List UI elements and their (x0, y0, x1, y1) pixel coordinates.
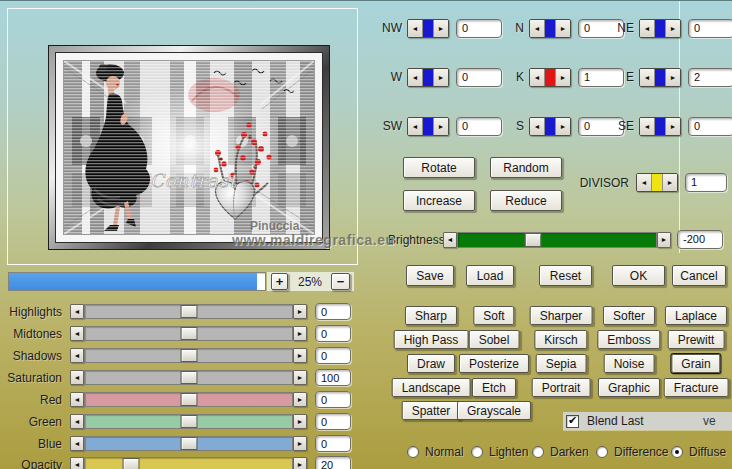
filter-button-laplace[interactable]: Laplace (665, 306, 727, 325)
filter-button-emboss[interactable]: Emboss (597, 330, 660, 349)
right-arrow-icon[interactable]: ► (433, 20, 448, 37)
slider-value[interactable]: 0 (315, 413, 351, 430)
filter-button-posterize[interactable]: Posterize (459, 354, 529, 373)
slider-thumb[interactable] (180, 415, 197, 428)
filter-button-sobel[interactable]: Sobel (469, 330, 520, 349)
brightness-thumb[interactable] (525, 233, 542, 247)
spinner-indicator[interactable] (423, 69, 433, 86)
slider-track[interactable] (84, 348, 293, 363)
filter-button-grain[interactable]: Grain (671, 354, 720, 373)
filter-button-sharper[interactable]: Sharper (530, 306, 593, 325)
divisor-spinner[interactable]: ◄ ► (636, 173, 678, 192)
matrix-value-w[interactable]: 0 (456, 68, 502, 87)
filter-button-prewitt[interactable]: Prewitt (668, 330, 725, 349)
increase-button[interactable]: Increase (403, 190, 475, 211)
slider-right-arrow[interactable]: ► (293, 457, 307, 469)
spinner-indicator[interactable] (655, 118, 665, 135)
brightness-left-arrow[interactable]: ◄ (443, 232, 457, 248)
slider-left-arrow[interactable]: ◄ (70, 436, 84, 451)
slider-track[interactable] (84, 457, 293, 469)
slider-left-arrow[interactable]: ◄ (70, 457, 84, 469)
filter-button-high-pass[interactable]: High Pass (394, 330, 469, 349)
reduce-button[interactable]: Reduce (490, 190, 562, 211)
blend-mode-difference[interactable]: Difference (596, 445, 668, 459)
divisor-value[interactable]: 1 (685, 173, 727, 192)
filter-button-portrait[interactable]: Portrait (532, 378, 591, 397)
matrix-value-e[interactable]: 2 (688, 68, 732, 87)
matrix-spinner-sw[interactable]: ◄ ► (407, 117, 449, 136)
filter-button-grayscale[interactable]: Grayscale (457, 401, 531, 420)
cancel-button[interactable]: Cancel (672, 265, 726, 286)
matrix-value-se[interactable]: 0 (688, 117, 732, 136)
filter-button-sepia[interactable]: Sepia (536, 354, 587, 373)
filter-button-sharp[interactable]: Sharp (405, 306, 457, 325)
spinner-indicator[interactable] (655, 69, 665, 86)
radio-icon[interactable] (407, 446, 419, 458)
slider-value[interactable]: 0 (315, 435, 351, 452)
zoom-out-button[interactable]: − (331, 273, 350, 290)
left-arrow-icon[interactable]: ◄ (530, 20, 545, 37)
slider-left-arrow[interactable]: ◄ (70, 304, 84, 319)
radio-icon[interactable] (471, 446, 483, 458)
blend-mode-normal[interactable]: Normal (407, 445, 464, 459)
slider-value[interactable]: 0 (315, 347, 351, 364)
slider-left-arrow[interactable]: ◄ (70, 370, 84, 385)
brightness-right-arrow[interactable]: ► (657, 232, 671, 248)
save-button[interactable]: Save (406, 265, 454, 286)
slider-right-arrow[interactable]: ► (293, 304, 307, 319)
spinner-indicator[interactable] (545, 118, 555, 135)
blend-mode-lighten[interactable]: Lighten (471, 445, 528, 459)
slider-track[interactable] (84, 392, 293, 407)
spinner-indicator[interactable] (545, 69, 555, 86)
left-arrow-icon[interactable]: ◄ (408, 20, 423, 37)
left-arrow-icon[interactable]: ◄ (640, 118, 655, 135)
spinner-indicator[interactable] (423, 20, 433, 37)
slider-track[interactable] (84, 414, 293, 429)
slider-value[interactable]: 0 (315, 303, 351, 320)
slider-left-arrow[interactable]: ◄ (70, 348, 84, 363)
slider-thumb[interactable] (180, 371, 197, 384)
filter-button-fracture[interactable]: Fracture (664, 378, 729, 397)
matrix-value-sw[interactable]: 0 (456, 117, 502, 136)
slider-thumb[interactable] (180, 327, 197, 340)
slider-track[interactable] (84, 304, 293, 319)
matrix-value-ne[interactable]: 0 (688, 19, 732, 38)
slider-left-arrow[interactable]: ◄ (70, 392, 84, 407)
left-arrow-icon[interactable]: ◄ (530, 118, 545, 135)
slider-left-arrow[interactable]: ◄ (70, 414, 84, 429)
spinner-indicator[interactable] (423, 118, 433, 135)
blend-mode-diffuse[interactable]: Diffuse (671, 445, 726, 459)
brightness-track[interactable] (457, 232, 657, 248)
slider-track[interactable] (84, 370, 293, 385)
left-arrow-icon[interactable]: ◄ (408, 118, 423, 135)
slider-thumb[interactable] (180, 393, 197, 406)
right-arrow-icon[interactable]: ► (555, 20, 570, 37)
matrix-spinner-n[interactable]: ◄ ► (529, 19, 571, 38)
filter-button-soft[interactable]: Soft (473, 306, 514, 325)
matrix-spinner-k[interactable]: ◄ ► (529, 68, 571, 87)
ok-button[interactable]: OK (612, 265, 665, 286)
slider-value[interactable]: 100 (315, 369, 351, 386)
left-arrow-icon[interactable]: ◄ (640, 69, 655, 86)
spinner-indicator[interactable] (545, 20, 555, 37)
matrix-spinner-w[interactable]: ◄ ► (407, 68, 449, 87)
slider-value[interactable]: 0 (315, 391, 351, 408)
slider-right-arrow[interactable]: ► (293, 348, 307, 363)
slider-track[interactable] (84, 326, 293, 341)
right-arrow-icon[interactable]: ► (433, 118, 448, 135)
matrix-spinner-ne[interactable]: ◄ ► (639, 19, 681, 38)
filter-button-graphic[interactable]: Graphic (598, 378, 660, 397)
slider-right-arrow[interactable]: ► (293, 436, 307, 451)
filter-button-softer[interactable]: Softer (603, 306, 655, 325)
blend-mode-darken[interactable]: Darken (532, 445, 589, 459)
right-arrow-icon[interactable]: ► (433, 69, 448, 86)
matrix-value-nw[interactable]: 0 (456, 19, 502, 38)
matrix-spinner-nw[interactable]: ◄ ► (407, 19, 449, 38)
left-arrow-icon[interactable]: ◄ (530, 69, 545, 86)
load-button[interactable]: Load (466, 265, 514, 286)
right-arrow-icon[interactable]: ► (662, 174, 677, 191)
matrix-spinner-se[interactable]: ◄ ► (639, 117, 681, 136)
radio-icon[interactable] (596, 446, 608, 458)
slider-thumb[interactable] (122, 458, 139, 469)
preview-progress-bar[interactable] (8, 272, 266, 291)
